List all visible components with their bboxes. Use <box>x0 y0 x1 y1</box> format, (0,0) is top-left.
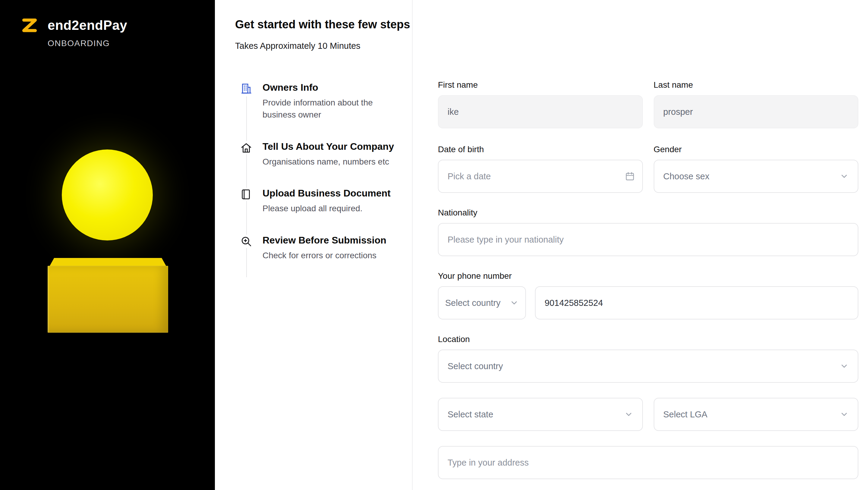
step-title: Tell Us About Your Company <box>262 141 394 152</box>
state-select[interactable]: Select state <box>438 398 643 431</box>
onboarding-sidebar: end2endPay ONBOARDING <box>0 0 215 490</box>
step-description: Organisations name, numbers etc <box>262 156 397 168</box>
cube-front-face <box>48 266 168 333</box>
onboarding-steps: Owners Info Provide information about th… <box>235 82 404 281</box>
phone-country-select[interactable]: Select country <box>438 286 526 319</box>
date-of-birth-input[interactable] <box>438 160 643 193</box>
step-owners-info[interactable]: Owners Info Provide information about th… <box>235 82 404 121</box>
building-icon <box>240 82 253 95</box>
location-label: Location <box>438 335 858 344</box>
lga-select[interactable]: Select LGA <box>654 398 859 431</box>
page-subtitle: Takes Approximately 10 Minutes <box>235 41 361 51</box>
step-description: Please upload all required. <box>262 203 397 215</box>
chevron-down-icon <box>840 410 849 419</box>
step-title: Review Before Submission <box>262 235 386 246</box>
chevron-down-icon <box>840 172 849 181</box>
vertical-divider <box>412 0 412 490</box>
phone-label: Your phone number <box>438 271 858 281</box>
home-icon <box>240 141 253 154</box>
gender-label: Gender <box>654 145 859 154</box>
step-description: Check for errors or corrections <box>262 249 397 262</box>
gender-select[interactable]: Choose sex <box>654 160 859 193</box>
cube-top-face <box>50 258 166 266</box>
last-name-label: Last name <box>654 80 859 90</box>
brand: end2endPay <box>18 14 127 37</box>
brand-tagline: ONBOARDING <box>48 38 110 48</box>
brand-name: end2endPay <box>48 18 127 33</box>
date-of-birth-label: Date of birth <box>438 145 643 154</box>
last-name-input[interactable] <box>654 95 859 128</box>
address-input[interactable] <box>438 446 858 479</box>
step-review-submission[interactable]: Review Before Submission Check for error… <box>235 235 404 262</box>
decorative-cube <box>48 258 168 333</box>
page-title: Get started with these few steps <box>235 18 410 31</box>
chevron-down-icon <box>840 362 849 371</box>
first-name-input[interactable] <box>438 95 643 128</box>
book-icon <box>240 188 253 201</box>
step-upload-documents[interactable]: Upload Business Document Please upload a… <box>235 188 404 215</box>
zoom-icon <box>240 235 253 248</box>
chevron-down-icon <box>624 410 633 419</box>
nationality-input[interactable] <box>438 223 858 256</box>
step-company-info[interactable]: Tell Us About Your Company Organisations… <box>235 141 404 168</box>
step-title: Upload Business Document <box>262 188 391 198</box>
chevron-down-icon <box>510 298 519 307</box>
brand-logo-icon <box>18 14 41 37</box>
decorative-sphere <box>62 150 153 241</box>
step-title: Owners Info <box>262 82 318 93</box>
location-country-select[interactable]: Select country <box>438 349 858 383</box>
step-description: Provide information about the business o… <box>262 97 397 121</box>
nationality-label: Nationality <box>438 208 858 218</box>
phone-number-input[interactable] <box>535 286 858 319</box>
first-name-label: First name <box>438 80 643 90</box>
owners-info-form: First name Last name Date of birth Gende… <box>438 80 858 490</box>
